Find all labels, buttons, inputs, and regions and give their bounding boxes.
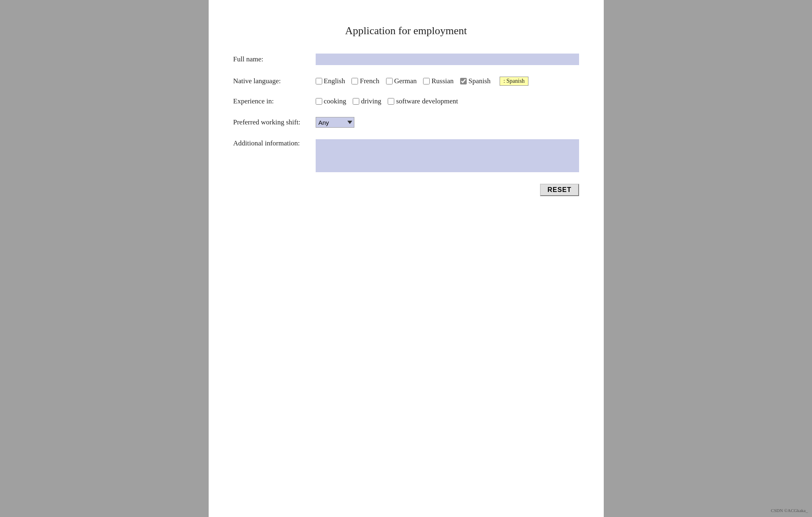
shift-row: Preferred working shift: Any Morning Aft… [233, 117, 579, 128]
lang-french-label[interactable]: French [360, 77, 379, 85]
native-language-label: Native language: [233, 77, 316, 85]
lang-german-item: German [386, 77, 417, 85]
spanish-tooltip: : Spanish [500, 77, 528, 86]
lang-russian-checkbox[interactable] [423, 78, 430, 84]
additional-info-textarea[interactable] [316, 139, 579, 172]
experience-label: Experience in: [233, 97, 316, 105]
lang-spanish-checkbox[interactable] [460, 78, 467, 84]
additional-info-row: Additional information: [233, 139, 579, 172]
native-language-row: Native language: English French German R… [233, 77, 579, 86]
lang-russian-item: Russian [423, 77, 454, 85]
lang-french-checkbox[interactable] [351, 78, 358, 84]
watermark: CSDN ©ACGkaka_ [771, 508, 808, 513]
exp-software-checkbox[interactable] [388, 98, 394, 105]
page-title: Application for employment [233, 25, 579, 37]
experience-row: Experience in: cooking driving software … [233, 97, 579, 105]
exp-driving-checkbox[interactable] [353, 98, 359, 105]
page-container: Application for employment Full name: Na… [209, 0, 604, 517]
lang-spanish-item: Spanish [460, 77, 491, 85]
additional-info-label: Additional information: [233, 139, 316, 147]
lang-spanish-label[interactable]: Spanish [468, 77, 491, 85]
exp-software-item: software development [388, 97, 458, 105]
reset-row: RESET [233, 184, 579, 196]
experience-checkboxes: cooking driving software development [316, 97, 462, 105]
lang-russian-label[interactable]: Russian [431, 77, 454, 85]
full-name-row: Full name: [233, 54, 579, 65]
exp-cooking-item: cooking [316, 97, 347, 105]
exp-driving-item: driving [353, 97, 381, 105]
reset-button[interactable]: RESET [540, 184, 579, 196]
exp-software-label[interactable]: software development [396, 97, 458, 105]
shift-label: Preferred working shift: [233, 118, 316, 126]
full-name-label: Full name: [233, 55, 316, 63]
lang-german-checkbox[interactable] [386, 78, 393, 84]
exp-driving-label[interactable]: driving [361, 97, 381, 105]
lang-french-item: French [351, 77, 379, 85]
lang-english-item: English [316, 77, 345, 85]
exp-cooking-checkbox[interactable] [316, 98, 322, 105]
lang-english-label[interactable]: English [324, 77, 345, 85]
shift-select[interactable]: Any Morning Afternoon Night [316, 117, 354, 128]
lang-german-label[interactable]: German [394, 77, 417, 85]
native-language-checkboxes: English French German Russian Spanish : … [316, 77, 528, 86]
exp-cooking-label[interactable]: cooking [324, 97, 347, 105]
lang-english-checkbox[interactable] [316, 78, 322, 84]
full-name-input[interactable] [316, 54, 579, 65]
